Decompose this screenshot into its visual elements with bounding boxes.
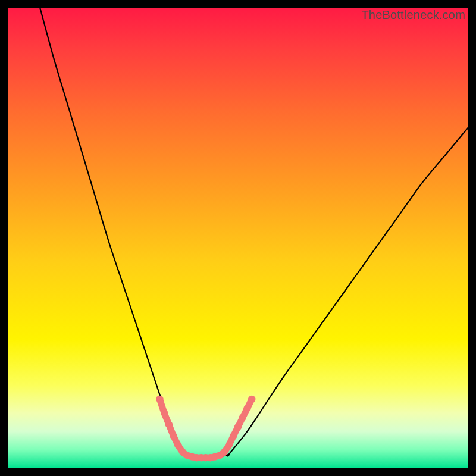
pink-data-point	[225, 441, 232, 449]
pink-data-point	[248, 396, 255, 403]
pink-data-point	[161, 409, 168, 416]
pink-data-point	[165, 421, 173, 428]
pink-data-point	[221, 449, 228, 456]
pink-data-point	[243, 405, 250, 412]
pink-data-point	[174, 441, 181, 449]
pink-data-point	[170, 433, 177, 440]
chart-frame: TheBottleneck.com	[0, 0, 476, 476]
plot-area	[8, 8, 468, 468]
pink-overlay	[8, 8, 468, 468]
pink-data-point	[230, 433, 237, 440]
pink-data-point	[156, 396, 163, 403]
watermark-text: TheBottleneck.com	[361, 8, 465, 22]
pink-data-point	[234, 423, 242, 430]
pink-data-point	[239, 414, 246, 421]
